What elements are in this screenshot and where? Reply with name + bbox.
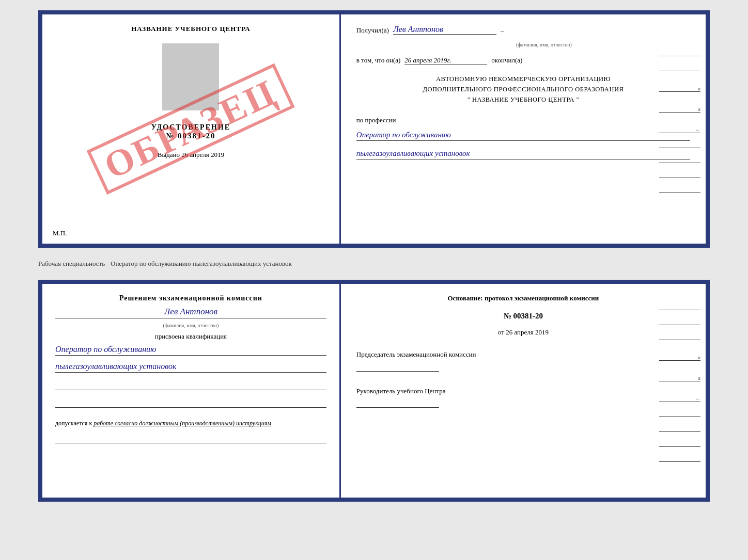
prof-line1: Оператор по обслуживанию xyxy=(356,131,690,141)
side-dash-b1 xyxy=(659,310,700,310)
rukovoditel-sign-line xyxy=(356,398,439,408)
side-dash-b2 xyxy=(659,325,700,325)
resheniem-title: Решением экзаменационной комиссии xyxy=(55,294,326,302)
side-dash-5: ← xyxy=(659,127,700,133)
fio-label-top: (фамилия, имя, отчество) xyxy=(398,42,690,47)
side-dash-9 xyxy=(659,193,700,193)
cert-bottom-left: Решением экзаменационной комиссии Лев Ан… xyxy=(42,284,341,498)
rukovoditel-block: Руководитель учебного Центра xyxy=(356,386,690,408)
vtom-label: в том, что он(а) xyxy=(356,56,401,65)
udost-number: № 00381-20 xyxy=(151,132,230,140)
predsedatel-block: Председатель экзаменационной комиссии xyxy=(356,349,690,372)
side-dash-2 xyxy=(659,71,700,71)
poluchil-block: Получил(а) Лев Антпонов – xyxy=(356,25,690,35)
poluchil-dash: – xyxy=(501,26,504,35)
school-title-top: НАЗВАНИЕ УЧЕБНОГО ЦЕНТРА xyxy=(131,25,251,33)
dopuskaetsya-label: допускается к xyxy=(55,420,92,427)
middle-label: Рабочая специальность - Оператор по обсл… xyxy=(38,255,710,272)
top-certificate: НАЗВАНИЕ УЧЕБНОГО ЦЕНТРА УДОСТОВЕРЕНИЕ №… xyxy=(38,10,710,248)
side-dash-b4: и xyxy=(659,355,700,361)
photo-placeholder xyxy=(162,43,219,110)
protokol-number: № 00381-20 xyxy=(356,312,690,321)
org-line2: ДОПОЛНИТЕЛЬНОГО ПРОФЕССИОНАЛЬНОГО ОБРАЗО… xyxy=(356,84,690,94)
side-dash-b10 xyxy=(659,461,700,462)
qual-line1: Оператор по обслуживанию xyxy=(55,345,326,356)
cert-bottom-right: Основание: протокол экзаменационной коми… xyxy=(341,284,706,498)
ot-date: от 26 апреля 2019 xyxy=(356,328,690,337)
blank-line-2 xyxy=(55,398,326,408)
bottom-certificate: Решением экзаменационной комиссии Лев Ан… xyxy=(38,280,710,502)
udostoverenie-block: УДОСТОВЕРЕНИЕ № 00381-20 xyxy=(151,123,230,140)
cert-top-right: Получил(а) Лев Антпонов – (фамилия, имя,… xyxy=(341,14,706,244)
vtom-okoncil: окончил(а) xyxy=(491,56,522,65)
qual-line2: пылегазоулавливающих установок xyxy=(55,362,326,373)
vydano-label: Выдано xyxy=(158,151,180,158)
ot-date-value: 26 апреля 2019 xyxy=(506,328,549,336)
vydano-line: Выдано 26 апреля 2019 xyxy=(158,151,224,159)
vtom-date: 26 апреля 2019г. xyxy=(404,56,487,65)
blank-line-1 xyxy=(55,381,326,390)
udost-label: УДОСТОВЕРЕНИЕ xyxy=(151,123,230,132)
side-dash-3: и xyxy=(659,86,700,92)
side-dash-b9 xyxy=(659,446,700,447)
cert-top-left: НАЗВАНИЕ УЧЕБНОГО ЦЕНТРА УДОСТОВЕРЕНИЕ №… xyxy=(42,14,341,244)
vydano-date: 26 апреля 2019 xyxy=(181,151,224,158)
side-dash-1 xyxy=(659,56,700,56)
vtom-line: в том, что он(а) 26 апреля 2019г. окончи… xyxy=(356,56,690,65)
predsedatel-label: Председатель экзаменационной комиссии xyxy=(356,349,690,360)
side-dash-b5: а xyxy=(659,375,700,381)
osnovanie-label: Основание: протокол экзаменационной коми… xyxy=(356,294,690,302)
dopuskaetsya-text: работе согласно должностным (производств… xyxy=(93,420,271,427)
side-dash-b7 xyxy=(659,417,700,417)
side-dash-7 xyxy=(659,163,700,163)
right-side-lines-top: и а ← xyxy=(659,56,700,193)
side-dash-4: а xyxy=(659,106,700,113)
predsedatel-sign-line xyxy=(356,362,439,372)
side-dash-8 xyxy=(659,178,700,178)
po-professii-label: по профессии xyxy=(356,116,690,124)
side-dash-b3 xyxy=(659,340,700,340)
side-dash-6 xyxy=(659,148,700,148)
org-line1: АВТОНОМНУЮ НЕКОММЕРЧЕСКУЮ ОРГАНИЗАЦИЮ xyxy=(356,74,690,84)
side-dash-b6: ← xyxy=(659,396,700,402)
right-side-lines-bottom: и а ← xyxy=(659,310,700,462)
prof-line2: пылегазоулавливающих установок xyxy=(356,149,690,159)
org-name-quoted: " НАЗВАНИЕ УЧЕБНОГО ЦЕНТРА " xyxy=(356,94,690,105)
person-name-top: Лев Антпонов xyxy=(393,25,496,35)
poluchil-label: Получил(а) xyxy=(356,26,389,35)
prisvoena-label: присвоена квалификация xyxy=(55,332,326,341)
document-container: НАЗВАНИЕ УЧЕБНОГО ЦЕНТРА УДОСТОВЕРЕНИЕ №… xyxy=(38,10,710,502)
blank-line-3 xyxy=(55,434,326,443)
mp-label: М.П. xyxy=(53,229,67,237)
ot-label: от xyxy=(498,328,504,336)
side-dash-b8 xyxy=(659,431,700,432)
person-name-bottom: Лев Антпонов xyxy=(55,307,326,318)
rukovoditel-label: Руководитель учебного Центра xyxy=(356,386,690,396)
dopuskaetsya-block: допускается к работе согласно должностны… xyxy=(55,420,326,427)
org-block: АВТОНОМНУЮ НЕКОММЕРЧЕСКУЮ ОРГАНИЗАЦИЮ ДО… xyxy=(356,74,690,105)
fio-label-bottom: (фамилия, имя, отчество) xyxy=(55,323,326,328)
